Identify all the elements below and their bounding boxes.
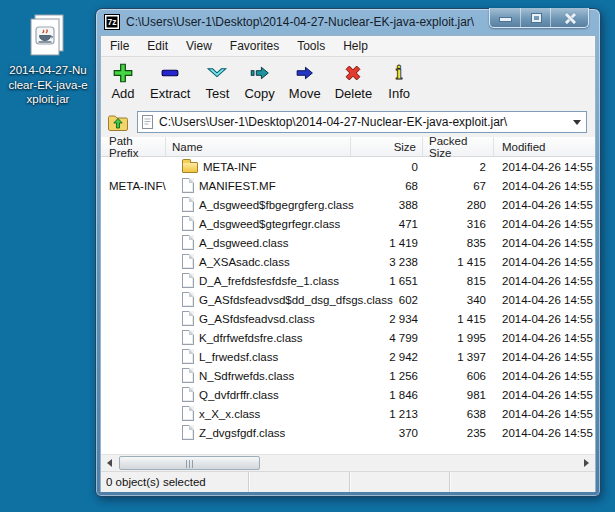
table-row[interactable]: A_dsgweed.class 1 419 835 2014-04-26 14:…	[101, 233, 595, 252]
cell-packed-size: 815	[423, 275, 494, 287]
close-icon	[564, 12, 577, 25]
file-name: A_dsgweed$gtegrfegr.class	[199, 218, 340, 230]
file-name: K_dfrfwefdsfre.class	[199, 332, 303, 344]
cell-modified: 2014-04-26 14:55	[494, 370, 595, 382]
up-one-level-button[interactable]	[106, 111, 130, 133]
cell-name: K_dfrfwefdsfre.class	[166, 330, 351, 345]
copy-arrow-icon	[247, 61, 273, 85]
cell-packed-size: 1 415	[423, 313, 494, 325]
caption-buttons	[489, 8, 589, 28]
delete-x-icon	[340, 61, 366, 85]
table-row[interactable]: L_frwedsf.class 2 942 1 397 2014-04-26 1…	[101, 347, 595, 366]
7zip-app-icon: 7z	[104, 14, 120, 30]
file-name: A_dsgweed.class	[199, 237, 289, 249]
cell-modified: 2014-04-26 14:55	[494, 237, 595, 249]
file-icon	[182, 178, 194, 193]
column-header-packed-size[interactable]: Packed Size	[423, 137, 494, 156]
extract-minus-icon	[157, 61, 183, 85]
table-row[interactable]: Z_dvgsfgdf.class 370 235 2014-04-26 14:5…	[101, 423, 595, 442]
add-button[interactable]: Add	[103, 59, 143, 101]
menu-edit[interactable]: Edit	[138, 37, 177, 55]
cell-modified: 2014-04-26 14:55	[494, 427, 595, 439]
extract-button[interactable]: Extract	[143, 59, 197, 101]
table-row[interactable]: x_X_x.class 1 213 638 2014-04-26 14:55	[101, 404, 595, 423]
cell-name: A_dsgweed.class	[166, 235, 351, 250]
menu-tools[interactable]: Tools	[288, 37, 334, 55]
cell-name: META-INF	[166, 160, 351, 173]
file-icon	[182, 292, 194, 307]
column-header-modified[interactable]: Modified	[494, 137, 595, 156]
info-button[interactable]: i Info	[379, 59, 419, 101]
menu-favorites[interactable]: Favorites	[221, 37, 288, 55]
cell-packed-size: 1 995	[423, 332, 494, 344]
cell-size: 471	[351, 218, 423, 230]
cell-packed-size: 981	[423, 389, 494, 401]
file-name: D_A_frefdsfesfdsfe_1.class	[199, 275, 339, 287]
cell-size: 2 934	[351, 313, 423, 325]
table-row[interactable]: A_dsgweed$gtegrfegr.class 471 316 2014-0…	[101, 214, 595, 233]
cell-name: Z_dvgsfgdf.class	[166, 425, 351, 440]
chevron-down-icon	[573, 120, 581, 125]
table-row[interactable]: D_A_frefdsfesfdsfe_1.class 1 651 815 201…	[101, 271, 595, 290]
cell-modified: 2014-04-26 14:55	[494, 351, 595, 363]
address-path: C:\Users\User-1\Desktop\2014-04-27-Nucle…	[159, 115, 569, 129]
cell-name: A_dsgweed$gtegrfegr.class	[166, 216, 351, 231]
java-jar-file-icon	[25, 12, 71, 60]
menu-bar: File Edit View Favorites Tools Help	[101, 36, 595, 57]
cell-size: 1 419	[351, 237, 423, 249]
cell-size: 602	[351, 294, 423, 306]
title-bar[interactable]: 7z C:\Users\User-1\Desktop\2014-04-27-Nu…	[100, 9, 596, 35]
cell-modified: 2014-04-26 14:55	[494, 161, 595, 173]
table-row[interactable]: N_Sdfrwefds.class 1 256 606 2014-04-26 1…	[101, 366, 595, 385]
minimize-icon	[500, 18, 511, 21]
column-header-size[interactable]: Size	[351, 137, 423, 156]
test-button[interactable]: Test	[197, 59, 237, 101]
cell-modified: 2014-04-26 14:55	[494, 275, 595, 287]
maximize-button[interactable]	[520, 8, 550, 27]
desktop-icon-jar[interactable]: 2014-04-27-Nuclear-EK-java-exploit.jar	[6, 12, 90, 107]
horizontal-scrollbar[interactable]	[101, 454, 595, 471]
column-header-name[interactable]: Name	[166, 137, 351, 156]
table-row[interactable]: K_dfrfwefdsfre.class 4 799 1 995 2014-04…	[101, 328, 595, 347]
cell-name: MANIFEST.MF	[166, 178, 351, 193]
cell-size: 0	[351, 161, 423, 173]
move-button[interactable]: Move	[282, 59, 328, 101]
cell-modified: 2014-04-26 14:55	[494, 313, 595, 325]
minimize-button[interactable]	[490, 8, 520, 27]
up-folder-icon	[107, 112, 129, 132]
cell-size: 4 799	[351, 332, 423, 344]
cell-packed-size: 67	[423, 180, 494, 192]
scroll-left-button[interactable]	[101, 455, 118, 471]
menu-help[interactable]: Help	[334, 37, 377, 55]
column-header-path-prefix[interactable]: Path Prefix	[101, 137, 166, 156]
add-plus-icon	[110, 61, 136, 85]
cell-size: 2 942	[351, 351, 423, 363]
table-row[interactable]: META-INF\ MANIFEST.MF 68 67 2014-04-26 1…	[101, 176, 595, 195]
address-dropdown-button[interactable]	[569, 120, 584, 125]
file-icon	[182, 406, 194, 421]
table-row[interactable]: A_dsgweed$fbgegrgferg.class 388 280 2014…	[101, 195, 595, 214]
copy-button[interactable]: Copy	[237, 59, 281, 101]
cell-name: N_Sdfrwefds.class	[166, 368, 351, 383]
file-name: META-INF	[203, 161, 256, 173]
file-name: x_X_x.class	[199, 408, 260, 420]
delete-button[interactable]: Delete	[328, 59, 380, 101]
window-client-area: File Edit View Favorites Tools Help Add …	[100, 35, 596, 492]
scrollbar-thumb[interactable]	[119, 456, 260, 470]
cell-packed-size: 340	[423, 294, 494, 306]
file-name: G_ASfdsfeadvsd.class	[199, 313, 315, 325]
table-row[interactable]: META-INF 0 2 2014-04-26 14:55	[101, 157, 595, 176]
cell-name: A_dsgweed$fbgegrgferg.class	[166, 197, 351, 212]
menu-file[interactable]: File	[101, 37, 138, 55]
scroll-right-button[interactable]	[578, 455, 595, 471]
menu-view[interactable]: View	[177, 37, 221, 55]
table-row[interactable]: Q_dvfdrffr.class 1 846 981 2014-04-26 14…	[101, 385, 595, 404]
table-row[interactable]: A_XSAsadc.class 3 238 1 415 2014-04-26 1…	[101, 252, 595, 271]
file-icon	[182, 197, 194, 212]
address-combobox[interactable]: C:\Users\User-1\Desktop\2014-04-27-Nucle…	[137, 111, 587, 133]
table-row[interactable]: G_ASfdsfeadvsd$dd_dsg_dfsgs.class 602 34…	[101, 290, 595, 309]
close-button[interactable]	[550, 8, 588, 27]
cell-packed-size: 316	[423, 218, 494, 230]
scrollbar-grip-icon	[186, 460, 195, 468]
table-row[interactable]: G_ASfdsfeadvsd.class 2 934 1 415 2014-04…	[101, 309, 595, 328]
